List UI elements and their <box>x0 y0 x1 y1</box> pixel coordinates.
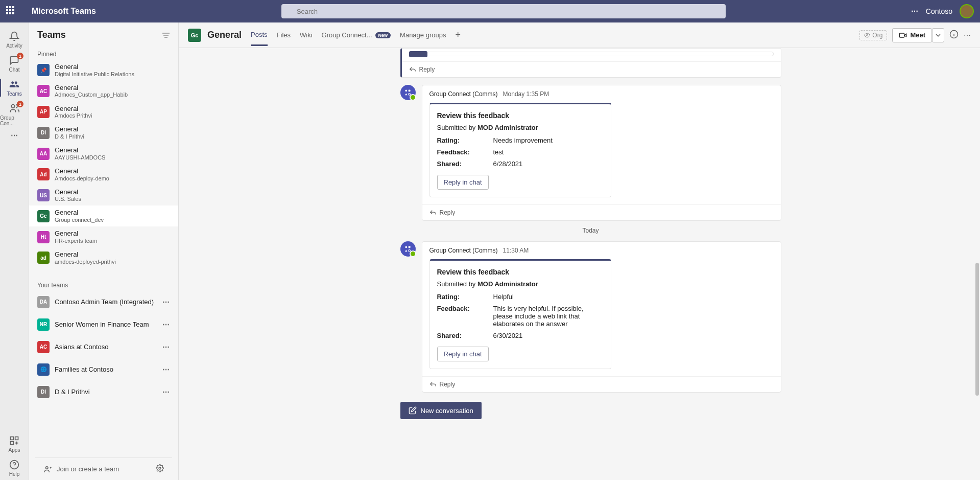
pinned-channel-item[interactable]: DI General D & I Prithvi <box>29 122 178 143</box>
team-avatar: 🌐 <box>37 363 50 376</box>
team-name: Senior Women in Finance Team <box>55 321 149 328</box>
card-title: Review this feedback <box>437 111 604 120</box>
search-box[interactable] <box>281 4 726 18</box>
search-input[interactable] <box>281 4 726 18</box>
tab-group-connect[interactable]: Group Connect... <box>322 31 372 45</box>
svg-point-6 <box>159 467 161 469</box>
channel-name: General <box>55 146 105 154</box>
reply-in-chat-button[interactable]: Reply in chat <box>437 175 489 190</box>
your-teams-section-label: Your teams <box>29 276 178 291</box>
message-author: Group Connect (Comms) <box>429 90 498 98</box>
apps-icon <box>9 435 20 446</box>
message-row: Group Connect (Comms) 11:30 AM Review th… <box>400 241 781 393</box>
team-avatar: Gc <box>37 210 50 222</box>
team-avatar: 📌 <box>37 64 50 76</box>
tab-manage-groups[interactable]: Manage groups <box>400 31 446 45</box>
svg-point-13 <box>405 246 407 248</box>
team-avatar: AA <box>37 148 50 160</box>
app-rail: Activity 1 Chat Teams 1 Group Con... ⋯ A… <box>0 22 29 480</box>
app-launcher-icon[interactable] <box>6 6 16 16</box>
reply-link[interactable]: Reply <box>402 61 781 77</box>
message-time: Monday 1:35 PM <box>503 90 549 98</box>
team-name: AAYUSHI-AMDOCS <box>55 154 105 161</box>
team-more-icon[interactable]: ⋯ <box>162 321 170 329</box>
filter-icon[interactable] <box>162 31 170 39</box>
team-item[interactable]: DI D & I Prithvi ⋯ <box>29 381 178 403</box>
rail-more-icon[interactable]: ⋯ <box>11 131 18 140</box>
top-more-icon[interactable]: ⋯ <box>911 7 919 15</box>
team-item[interactable]: NR Senior Women in Finance Team ⋯ <box>29 313 178 336</box>
feedback-value: test <box>493 148 604 156</box>
channel-name: General <box>55 167 109 175</box>
pinned-channel-item[interactable]: ad General amdocs-deployed-prithvi <box>29 247 178 268</box>
team-item[interactable]: 🌐 Families at Contoso ⋯ <box>29 358 178 381</box>
rail-chat[interactable]: 1 Chat <box>0 52 29 76</box>
feedback-value: This is very helpful. If possible, pleas… <box>493 305 604 328</box>
join-create-team[interactable]: Join or create a team <box>43 465 119 474</box>
submitted-by: Submitted by MOD Administrator <box>437 124 604 131</box>
settings-icon[interactable] <box>156 464 164 474</box>
team-more-icon[interactable]: ⋯ <box>162 388 170 396</box>
message-feed[interactable]: Reply Group Connect (Comms) Monday 1:35 … <box>179 48 980 480</box>
team-more-icon[interactable]: ⋯ <box>162 365 170 374</box>
info-icon[interactable] <box>949 30 959 40</box>
team-avatar: US <box>37 189 50 201</box>
org-chip[interactable]: Org <box>859 30 887 40</box>
eye-icon <box>864 32 870 38</box>
pinned-channel-item[interactable]: Gc General Group connect_dev <box>29 205 178 226</box>
shared-value: 6/28/2021 <box>493 160 604 168</box>
scrollbar[interactable] <box>975 263 979 396</box>
bot-avatar <box>400 85 416 100</box>
rail-help[interactable]: Help <box>0 456 29 480</box>
pinned-section-label: Pinned <box>29 44 178 60</box>
team-more-icon[interactable]: ⋯ <box>162 298 170 306</box>
app-title: Microsoft Teams <box>32 7 96 16</box>
pinned-channel-item[interactable]: Ht General HR-experts team <box>29 226 178 247</box>
sidebar-title: Teams <box>37 30 66 40</box>
team-name: D & I Prithvi <box>55 133 84 140</box>
message-author: Group Connect (Comms) <box>429 247 498 254</box>
tab-files[interactable]: Files <box>277 31 291 45</box>
meet-dropdown[interactable] <box>932 28 944 42</box>
reply-link[interactable]: Reply <box>422 204 781 220</box>
team-avatar: DI <box>37 127 50 139</box>
teams-icon <box>9 79 20 90</box>
team-name: Amdocs Prithvi <box>55 112 92 119</box>
team-item[interactable]: AC Asians at Contoso ⋯ <box>29 336 178 358</box>
header-more-icon[interactable]: ⋯ <box>964 31 971 39</box>
rail-activity[interactable]: Activity <box>0 28 29 52</box>
tab-posts[interactable]: Posts <box>251 31 268 46</box>
team-more-icon[interactable]: ⋯ <box>162 343 170 351</box>
bot-avatar <box>400 241 416 257</box>
meet-button[interactable]: Meet <box>892 28 932 42</box>
team-name: Asians at Contoso <box>55 343 109 351</box>
reply-in-chat-button[interactable]: Reply in chat <box>437 347 489 361</box>
rating-value: Helpful <box>493 293 604 301</box>
pinned-channel-item[interactable]: AC General Admocs_Custom_app_Habib <box>29 81 178 102</box>
team-item[interactable]: DA Contoso Admin Team (Integrated) ⋯ <box>29 291 178 313</box>
team-name: D & I Prithvi <box>55 388 90 396</box>
pinned-channel-item[interactable]: Ad General Amdocs-deploy-demo <box>29 164 178 185</box>
reply-link[interactable]: Reply <box>422 376 781 392</box>
new-conversation-button[interactable]: New conversation <box>400 402 482 419</box>
rail-teams[interactable]: Teams <box>0 76 29 100</box>
tab-wiki[interactable]: Wiki <box>300 31 313 45</box>
rail-apps[interactable]: Apps <box>0 432 29 456</box>
rail-group-connect[interactable]: 1 Group Con... <box>0 100 29 129</box>
group-badge: 1 <box>17 101 23 107</box>
user-avatar[interactable] <box>960 4 974 18</box>
svg-rect-11 <box>408 89 410 92</box>
channel-avatar: Gc <box>188 29 201 42</box>
pinned-channel-item[interactable]: AA General AAYUSHI-AMDOCS <box>29 143 178 164</box>
svg-point-12 <box>408 94 410 96</box>
channel-name: General <box>55 84 128 92</box>
day-separator: Today <box>400 227 781 234</box>
team-avatar: AC <box>37 341 50 353</box>
pinned-channel-item[interactable]: US General U.S. Sales <box>29 185 178 206</box>
pinned-channel-item[interactable]: AP General Amdocs Prithvi <box>29 102 178 123</box>
add-tab-icon[interactable]: + <box>455 30 461 40</box>
help-icon <box>9 459 20 470</box>
pinned-channel-item[interactable]: 📌 General Digital Initiative Public Rela… <box>29 60 178 81</box>
org-name: Contoso <box>926 7 952 15</box>
reply-icon <box>429 209 437 216</box>
